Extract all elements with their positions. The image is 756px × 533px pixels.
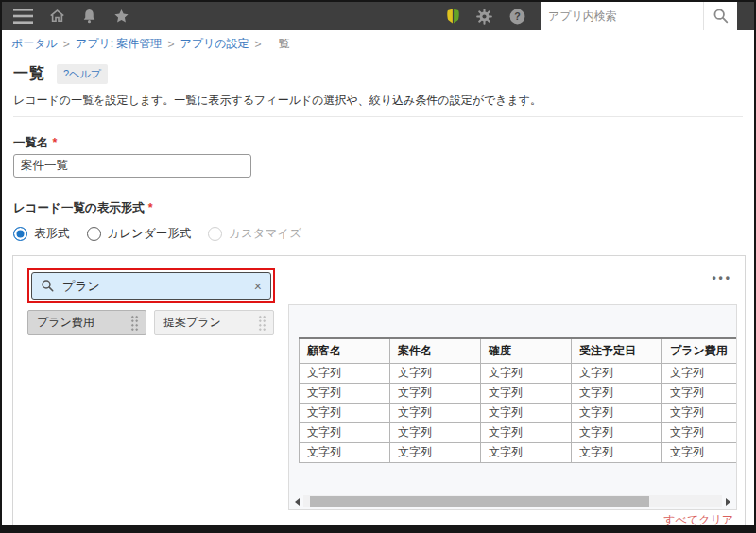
drag-handle-icon[interactable] — [258, 315, 266, 331]
drag-handle-icon[interactable] — [130, 315, 139, 331]
title-row: 一覧 ?ヘルプ — [13, 64, 108, 84]
column-header[interactable]: 確度 — [481, 338, 572, 363]
field-search-input[interactable] — [62, 279, 247, 293]
breadcrumb-separator: > — [167, 38, 174, 51]
star-icon[interactable] — [112, 8, 130, 25]
breadcrumb: ポータル > アプリ: 案件管理 > アプリの設定 > 一覧 — [11, 36, 290, 52]
preview-table: 顧客名 案件名 確度 受注予定日 プラン費用 文字列文字列文字列文字列文字列 文… — [299, 337, 736, 463]
table-row: 文字列文字列文字列文字列文字列 — [300, 383, 737, 403]
page-title: 一覧 — [13, 64, 45, 84]
help-link[interactable]: ?ヘルプ — [57, 64, 108, 84]
field-picker-panel: × プラン費用 提案プラン ••• 顧客名 案件名 確度 — [12, 255, 746, 525]
help-icon[interactable]: ? — [508, 8, 526, 26]
search-button[interactable] — [703, 2, 737, 30]
app-search-input[interactable] — [541, 2, 703, 30]
table-row: 文字列文字列文字列文字列文字列 — [300, 442, 737, 462]
list-name-label: 一覧名* — [13, 135, 57, 151]
field-chip-proposal-plan[interactable]: 提案プラン — [154, 310, 274, 335]
scrollbar-track[interactable] — [303, 495, 722, 507]
radio-table-format[interactable]: 表形式 — [13, 226, 70, 242]
display-format-radio-group: 表形式 カレンダー形式 カスタマイズ — [13, 226, 301, 242]
radio-circle-disabled-icon — [208, 227, 222, 241]
top-bar: ? — [2, 2, 754, 30]
column-header[interactable]: 顧客名 — [300, 338, 390, 363]
table-header-row: 顧客名 案件名 確度 受注予定日 プラン費用 — [300, 338, 737, 363]
radio-calendar-format[interactable]: カレンダー形式 — [87, 226, 192, 242]
breadcrumb-separator: > — [255, 38, 262, 51]
list-preview-panel: 顧客名 案件名 確度 受注予定日 プラン費用 文字列文字列文字列文字列文字列 文… — [288, 304, 737, 510]
horizontal-scrollbar[interactable] — [291, 495, 734, 507]
radio-circle-checked-icon — [13, 227, 27, 241]
breadcrumb-separator: > — [63, 38, 70, 51]
radio-customize-format: カスタマイズ — [208, 226, 301, 242]
options-menu-icon[interactable]: ••• — [712, 271, 732, 284]
divider — [13, 116, 743, 117]
field-search-box: × — [31, 272, 271, 300]
breadcrumb-link-app[interactable]: アプリ: 案件管理 — [76, 36, 163, 52]
scroll-left-arrow-icon[interactable] — [291, 495, 303, 507]
clear-all-link[interactable]: すべてクリア — [663, 512, 733, 528]
scroll-right-arrow-icon[interactable] — [722, 495, 734, 507]
notification-bell-icon[interactable] — [81, 8, 97, 25]
table-row: 文字列文字列文字列文字列文字列 — [300, 403, 737, 422]
beginner-mark-icon[interactable] — [446, 8, 460, 25]
list-name-input[interactable] — [13, 154, 251, 178]
app-window: ? ポータル > アプリ: 案件管理 > アプリの設定 > 一覧 一覧 ?ヘルプ… — [0, 0, 756, 533]
top-bar-right-icons: ? — [446, 2, 526, 30]
preview-table-wrap: 顧客名 案件名 確度 受注予定日 プラン費用 文字列文字列文字列文字列文字列 文… — [299, 337, 736, 463]
table-row: 文字列文字列文字列文字列文字列 — [300, 422, 737, 442]
column-header[interactable]: 受注予定日 — [572, 338, 662, 363]
column-header[interactable]: プラン費用 — [662, 338, 737, 363]
breadcrumb-link-app-settings[interactable]: アプリの設定 — [180, 36, 249, 52]
field-chip-plan-cost[interactable]: プラン費用 — [27, 310, 146, 335]
display-format-label: レコード一覧の表示形式* — [13, 200, 153, 216]
home-icon[interactable] — [48, 8, 66, 25]
search-icon — [41, 279, 55, 293]
required-mark: * — [53, 136, 58, 149]
menu-icon[interactable] — [13, 9, 33, 24]
search-icon — [713, 8, 730, 25]
clear-search-icon[interactable]: × — [254, 280, 262, 293]
breadcrumb-current: 一覧 — [267, 36, 290, 52]
gear-icon[interactable] — [475, 8, 493, 26]
page-description: レコードの一覧を設定します。一覧に表示するフィールドの選択や、絞り込み条件の設定… — [13, 93, 541, 109]
svg-text:?: ? — [514, 10, 521, 22]
breadcrumb-link-portal[interactable]: ポータル — [11, 36, 58, 52]
radio-circle-icon — [87, 227, 101, 241]
scrollbar-thumb[interactable] — [310, 496, 649, 507]
required-mark: * — [148, 201, 153, 215]
annotation-highlight-box: × — [27, 268, 275, 303]
column-header[interactable]: 案件名 — [390, 338, 481, 363]
app-search-box — [541, 2, 737, 30]
table-row: 文字列文字列文字列文字列文字列 — [300, 363, 737, 383]
